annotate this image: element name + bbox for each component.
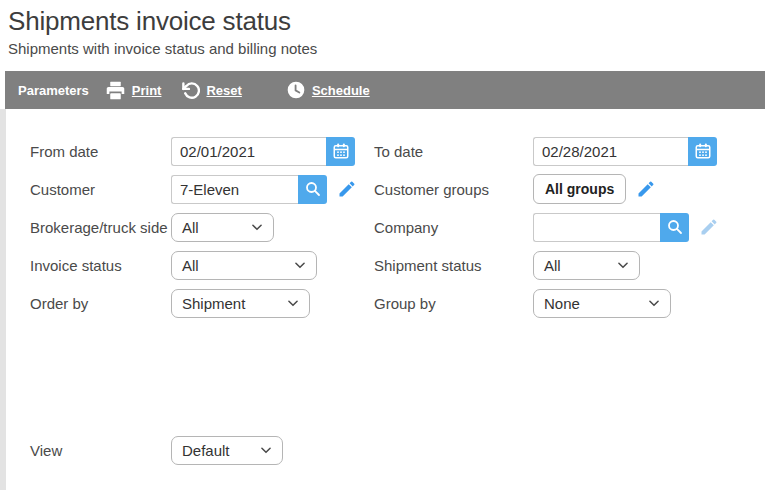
shipment-status-select[interactable]: All bbox=[533, 251, 640, 280]
rotate-ccw-icon bbox=[181, 81, 200, 100]
customer-group bbox=[171, 175, 327, 204]
company-edit-button[interactable] bbox=[699, 217, 719, 237]
to-date-group bbox=[533, 137, 717, 166]
pencil-icon bbox=[636, 179, 656, 199]
brokerage-truck-side-label: Brokerage/truck side bbox=[6, 219, 171, 236]
chevron-down-icon bbox=[616, 258, 630, 272]
from-date-input[interactable] bbox=[171, 137, 326, 166]
toolbar: Parameters Print Reset bbox=[5, 71, 765, 109]
customer-edit-button[interactable] bbox=[337, 179, 357, 199]
search-icon bbox=[304, 180, 322, 198]
customer-label: Customer bbox=[6, 181, 171, 198]
invoice-status-label: Invoice status bbox=[6, 257, 171, 274]
form-row-view: View Default bbox=[6, 431, 765, 469]
form-row-status: Invoice status All Shipment status All bbox=[6, 246, 765, 284]
brokerage-truck-side-select[interactable]: All bbox=[171, 213, 274, 242]
view-label: View bbox=[6, 442, 171, 459]
brokerage-truck-side-value: All bbox=[182, 219, 199, 236]
from-date-label: From date bbox=[6, 143, 171, 160]
group-by-label: Group by bbox=[374, 295, 533, 312]
schedule-button[interactable]: Schedule bbox=[286, 80, 370, 100]
customer-groups-label: Customer groups bbox=[374, 181, 533, 198]
chevron-down-icon bbox=[250, 220, 264, 234]
chevron-down-icon bbox=[647, 296, 661, 310]
page-header: Shipments invoice status Shipments with … bbox=[0, 0, 765, 57]
search-icon bbox=[666, 218, 684, 236]
customer-search-button[interactable] bbox=[298, 175, 327, 204]
company-group bbox=[533, 213, 689, 242]
shipment-status-value: All bbox=[544, 257, 561, 274]
pencil-icon bbox=[337, 179, 357, 199]
parameters-label: Parameters bbox=[18, 83, 89, 98]
group-by-value: None bbox=[544, 295, 580, 312]
calendar-icon bbox=[694, 142, 712, 160]
from-date-group bbox=[171, 137, 355, 166]
parameters-form: From date bbox=[0, 109, 765, 490]
reset-button[interactable]: Reset bbox=[181, 81, 241, 100]
from-date-calendar-button[interactable] bbox=[326, 137, 355, 166]
form-row-dates: From date bbox=[6, 132, 765, 170]
chevron-down-icon bbox=[293, 258, 307, 272]
printer-icon bbox=[105, 80, 126, 101]
page-subtitle: Shipments with invoice status and billin… bbox=[8, 40, 757, 57]
to-date-input[interactable] bbox=[533, 137, 688, 166]
customer-groups-edit-button[interactable] bbox=[636, 179, 656, 199]
shipment-status-label: Shipment status bbox=[374, 257, 533, 274]
page-title: Shipments invoice status bbox=[8, 6, 757, 37]
all-groups-button[interactable]: All groups bbox=[533, 174, 626, 204]
company-label: Company bbox=[374, 219, 533, 236]
company-input[interactable] bbox=[533, 213, 660, 242]
shipments-invoice-status-page: Shipments invoice status Shipments with … bbox=[0, 0, 765, 490]
schedule-label: Schedule bbox=[312, 83, 370, 98]
order-by-label: Order by bbox=[6, 295, 171, 312]
order-by-value: Shipment bbox=[182, 295, 245, 312]
view-select[interactable]: Default bbox=[171, 436, 283, 465]
to-date-calendar-button[interactable] bbox=[688, 137, 717, 166]
company-search-button[interactable] bbox=[660, 213, 689, 242]
chevron-down-icon bbox=[259, 443, 273, 457]
order-by-select[interactable]: Shipment bbox=[171, 289, 310, 318]
print-label: Print bbox=[132, 83, 162, 98]
view-value: Default bbox=[182, 442, 230, 459]
to-date-label: To date bbox=[374, 143, 533, 160]
form-row-customer: Customer bbox=[6, 170, 765, 208]
print-button[interactable]: Print bbox=[105, 80, 162, 101]
customer-input[interactable] bbox=[171, 175, 298, 204]
chevron-down-icon bbox=[286, 296, 300, 310]
clock-icon bbox=[286, 80, 306, 100]
invoice-status-value: All bbox=[182, 257, 199, 274]
pencil-icon bbox=[699, 217, 719, 237]
form-row-brokerage-company: Brokerage/truck side All Company bbox=[6, 208, 765, 246]
calendar-icon bbox=[332, 142, 350, 160]
form-row-ordering: Order by Shipment Group by None bbox=[6, 284, 765, 322]
invoice-status-select[interactable]: All bbox=[171, 251, 317, 280]
group-by-select[interactable]: None bbox=[533, 289, 671, 318]
reset-label: Reset bbox=[206, 83, 241, 98]
